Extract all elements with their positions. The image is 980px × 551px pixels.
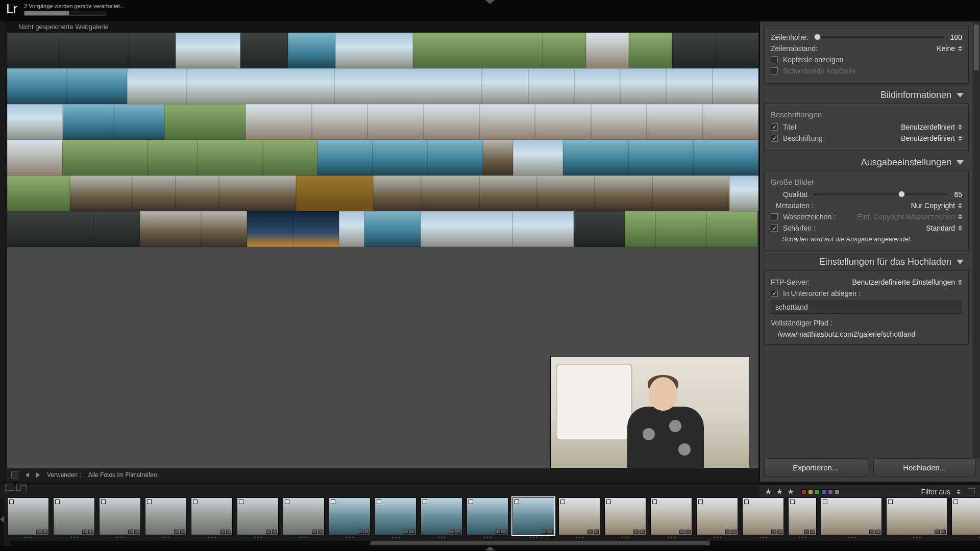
gallery-tile[interactable] xyxy=(421,176,479,211)
gallery-tile[interactable] xyxy=(7,104,63,140)
gallery-tile[interactable] xyxy=(59,33,128,68)
left-panel-collapsed[interactable] xyxy=(0,21,6,482)
toolbar-view-icon[interactable] xyxy=(11,471,18,479)
gallery-tile[interactable] xyxy=(652,176,729,211)
gallery-tile[interactable] xyxy=(364,211,421,247)
gallery-tile[interactable] xyxy=(574,211,625,247)
gallery-tile[interactable] xyxy=(288,33,335,68)
nav-prev-icon[interactable] xyxy=(26,472,29,478)
filmstrip-thumbnail[interactable] xyxy=(191,497,233,535)
right-panel-scrollbar[interactable] xyxy=(973,21,980,458)
caption-checkbox[interactable] xyxy=(771,135,778,142)
gallery-tile[interactable] xyxy=(164,104,246,140)
filmstrip-thumbnail[interactable] xyxy=(283,497,325,535)
filmstrip-thumbnail[interactable] xyxy=(512,497,554,535)
upload-button[interactable]: Hochladen... xyxy=(873,458,976,477)
gallery-tile[interactable] xyxy=(483,140,513,176)
gallery-tile[interactable] xyxy=(591,104,647,140)
color-swatch[interactable] xyxy=(801,489,806,494)
filmstrip-thumbnail[interactable] xyxy=(53,497,95,535)
gallery-tile[interactable] xyxy=(198,140,263,176)
row-height-value[interactable]: 100 xyxy=(950,33,962,41)
color-swatch[interactable] xyxy=(808,489,813,494)
gallery-tile[interactable] xyxy=(67,68,127,104)
quality-value[interactable]: 65 xyxy=(954,190,962,198)
gallery-tile[interactable] xyxy=(625,211,655,247)
color-swatch[interactable] xyxy=(828,489,833,494)
secondary-display-icon[interactable] xyxy=(16,484,26,491)
gallery-tile[interactable] xyxy=(413,33,543,68)
gallery-tile[interactable] xyxy=(647,104,702,140)
gallery-tile[interactable] xyxy=(70,176,133,211)
gallery-tile[interactable] xyxy=(421,211,512,247)
filmstrip-collapse-left[interactable] xyxy=(0,493,4,546)
rating-star-1[interactable]: ★ xyxy=(765,488,772,496)
updown-icon[interactable] xyxy=(957,489,961,494)
filmstrip-thumbnail[interactable] xyxy=(742,497,784,535)
color-swatch[interactable] xyxy=(815,489,820,494)
watermark-checkbox[interactable] xyxy=(771,213,778,220)
gallery-tile[interactable] xyxy=(114,104,164,140)
gallery-tile[interactable] xyxy=(247,211,293,247)
subfolder-input[interactable]: schottland xyxy=(771,300,962,314)
gallery-tile[interactable] xyxy=(335,33,413,68)
gallery-tile[interactable] xyxy=(373,140,428,176)
web-gallery-preview[interactable] xyxy=(7,33,758,468)
gallery-tile[interactable] xyxy=(293,211,339,247)
gallery-tile[interactable] xyxy=(703,104,758,140)
gallery-tile[interactable] xyxy=(586,33,629,68)
gallery-tile[interactable] xyxy=(528,68,574,104)
gallery-tile[interactable] xyxy=(240,33,288,68)
gallery-tile[interactable] xyxy=(176,33,240,68)
filmstrip-thumbnail[interactable] xyxy=(951,497,980,535)
section-output[interactable]: Ausgabeeinstellungen xyxy=(764,154,969,171)
filmstrip-thumbnail[interactable] xyxy=(650,497,692,535)
metadata-dropdown[interactable]: Nur Copyright xyxy=(911,202,962,210)
panel-collapse-handle-top[interactable] xyxy=(484,0,496,4)
gallery-tile[interactable] xyxy=(373,176,421,211)
gallery-tile[interactable] xyxy=(479,104,535,140)
gallery-tile[interactable] xyxy=(7,211,94,247)
gallery-tile[interactable] xyxy=(479,176,537,211)
filmstrip-thumbnail[interactable] xyxy=(467,497,508,535)
gallery-tile[interactable] xyxy=(334,68,482,104)
filmstrip-thumbnail[interactable] xyxy=(604,497,646,535)
rating-star-3[interactable]: ★ xyxy=(787,488,794,496)
rating-star-2[interactable]: ★ xyxy=(776,488,783,496)
quality-slider[interactable] xyxy=(814,193,948,195)
sharpen-dropdown[interactable]: Standard xyxy=(926,224,962,232)
gallery-tile[interactable] xyxy=(729,176,758,211)
gallery-tile[interactable] xyxy=(595,176,652,211)
section-upload[interactable]: Einstellungen für das Hochladen xyxy=(764,254,969,270)
color-swatch[interactable] xyxy=(821,489,826,494)
toolbar-use-value[interactable]: Alle Fotos im Filmstreifen xyxy=(88,471,157,479)
gallery-tile[interactable] xyxy=(629,33,672,68)
gallery-tile[interactable] xyxy=(63,104,113,140)
gallery-tile[interactable] xyxy=(424,104,479,140)
gallery-tile[interactable] xyxy=(713,68,758,104)
gallery-tile[interactable] xyxy=(7,33,59,68)
gallery-tile[interactable] xyxy=(628,140,694,176)
gallery-tile[interactable] xyxy=(7,176,70,211)
gallery-tile[interactable] xyxy=(132,176,176,211)
gallery-tile[interactable] xyxy=(148,140,198,176)
show-header-checkbox[interactable] xyxy=(771,56,778,63)
gallery-tile[interactable] xyxy=(706,211,757,247)
filmstrip-thumbnail[interactable] xyxy=(821,497,882,535)
sharpen-checkbox[interactable] xyxy=(771,224,778,232)
background-task-progress[interactable]: 2 Vorgänge werden gerade verarbeitet... xyxy=(24,3,125,16)
gallery-tile[interactable] xyxy=(715,33,758,68)
filter-dropdown[interactable]: Filter aus xyxy=(921,488,950,496)
gallery-tile[interactable] xyxy=(368,104,423,140)
filmstrip-thumbnail[interactable] xyxy=(886,497,947,535)
gallery-tile[interactable] xyxy=(312,104,368,140)
gallery-tile[interactable] xyxy=(246,104,311,140)
ftp-dropdown[interactable]: Benutzerdefinierte Einstellungen xyxy=(852,278,962,286)
primary-display-icon[interactable] xyxy=(5,484,14,491)
gallery-tile[interactable] xyxy=(187,68,334,104)
filmstrip-thumbnail[interactable] xyxy=(558,497,600,535)
filmstrip-scrollbar[interactable] xyxy=(10,541,980,546)
gallery-tile[interactable] xyxy=(574,68,620,104)
gallery-tile[interactable] xyxy=(127,68,187,104)
gallery-tile[interactable] xyxy=(672,33,716,68)
